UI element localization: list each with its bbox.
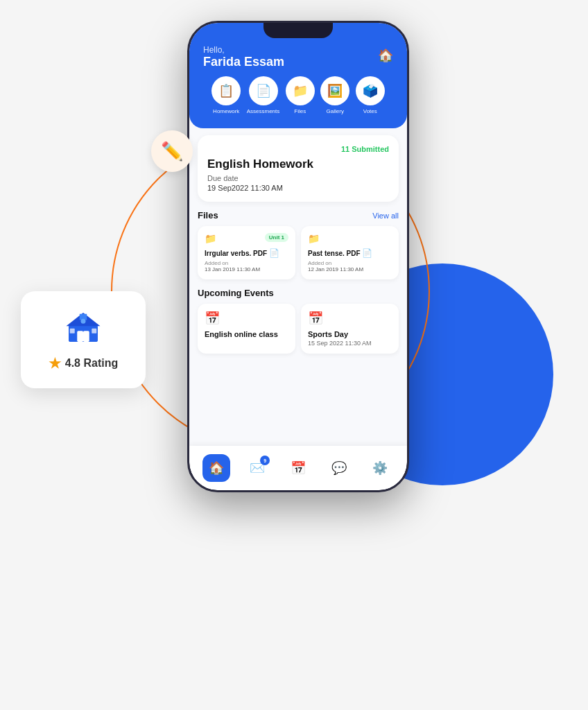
nav-votes[interactable]: 🗳️ Votes (356, 76, 385, 114)
file-date-label-2: Added on (308, 260, 392, 266)
home-bottom-icon: 🏠 (209, 460, 224, 476)
phone-device: Hello, Farida Essam 🏠 📋 Homework 📄 Asses… (187, 21, 409, 492)
rating-value: 4.8 Rating (65, 357, 118, 370)
greeting-text: Hello, (203, 45, 393, 55)
phone-content: 11 Submitted English Homework Due date 1… (189, 128, 407, 457)
rating-text: ★ 4.8 Rating (49, 355, 118, 372)
file-date-label-1: Added on (205, 260, 288, 266)
bottom-nav-mail[interactable]: ✉️ 9 (243, 454, 271, 482)
event-name-1: English online class (205, 330, 288, 338)
folder-icon-1: 📁 (205, 233, 216, 244)
gallery-nav-circle: 🖼️ (320, 76, 349, 105)
homework-nav-label: Homework (213, 108, 239, 114)
star-icon: ★ (49, 355, 61, 372)
files-view-all[interactable]: View all (372, 211, 399, 220)
chat-bottom-icon: 💬 (331, 460, 347, 476)
phone-screen: Hello, Farida Essam 🏠 📋 Homework 📄 Asses… (189, 23, 407, 490)
rating-card: ★ 4.8 Rating (21, 291, 146, 388)
homework-title: English Homework (207, 157, 389, 171)
bottom-nav-chat[interactable]: 💬 (325, 454, 353, 482)
event-card-1[interactable]: 📅 English online class (198, 304, 295, 354)
file-name-1: Irrgular verbs. PDF 📄 (205, 248, 288, 258)
svg-rect-5 (70, 329, 75, 334)
nav-icons-row: 📋 Homework 📄 Assessments 📁 Files 🖼️ Gall… (203, 69, 393, 117)
unit-badge-1: Unit 1 (265, 233, 288, 242)
files-section-title: Files (198, 210, 218, 220)
user-name: Farida Essam (203, 55, 393, 69)
event-date-2: 15 Sep 2022 11:30 AM (308, 340, 392, 347)
settings-bottom-icon: ⚙️ (372, 460, 388, 476)
homework-card[interactable]: 11 Submitted English Homework Due date 1… (198, 135, 399, 202)
assessments-nav-label: Assessments (247, 108, 280, 114)
votes-nav-circle: 🗳️ (356, 76, 385, 105)
bottom-nav-home[interactable]: 🏠 (202, 454, 230, 482)
assessments-nav-circle: 📄 (249, 76, 278, 105)
nav-homework[interactable]: 📋 Homework (211, 76, 241, 114)
svg-point-7 (81, 319, 86, 324)
file-card-2[interactable]: 📁 Past tense. PDF 📄 Added on 12 Jan 2019… (301, 226, 399, 279)
pdf-icon-2: 📄 (362, 248, 372, 258)
file-date-2: 12 Jan 2019 11:30 AM (308, 266, 392, 272)
events-section-title: Upcoming Events (198, 288, 274, 298)
submitted-badge: 11 Submitted (207, 145, 389, 153)
svg-rect-6 (92, 329, 96, 334)
home-header-icon[interactable]: 🏠 (378, 48, 393, 63)
events-grid: 📅 English online class 📅 Sports Day 15 S… (198, 304, 399, 354)
file-card-1-header: 📁 Unit 1 (205, 233, 288, 244)
file-name-2: Past tense. PDF 📄 (308, 248, 392, 258)
file-date-1: 13 Jan 2019 11:30 AM (205, 266, 288, 272)
event-card-2[interactable]: 📅 Sports Day 15 Sep 2022 11:30 AM (301, 304, 399, 354)
files-nav-label: Files (294, 108, 306, 114)
pdf-icon-1: 📄 (269, 248, 279, 258)
folder-icon-2: 📁 (308, 233, 320, 244)
edit-icon: ✏️ (161, 141, 183, 162)
nav-assessments[interactable]: 📄 Assessments (247, 76, 280, 114)
calendar-bottom-icon: 📅 (291, 460, 306, 476)
phone-notch (263, 23, 333, 38)
events-section-header: Upcoming Events (198, 288, 399, 298)
file-card-1[interactable]: 📁 Unit 1 Irrgular verbs. PDF 📄 Added on … (198, 226, 295, 279)
bottom-nav-calendar[interactable]: 📅 (284, 454, 312, 482)
event-calendar-icon-2: 📅 (308, 311, 392, 326)
app-header: Hello, Farida Essam 🏠 📋 Homework 📄 Asses… (189, 23, 407, 128)
svg-rect-2 (83, 331, 89, 342)
bottom-navigation: 🏠 ✉️ 9 📅 💬 ⚙️ (189, 446, 407, 490)
event-calendar-icon-1: 📅 (205, 311, 288, 326)
files-section-header: Files View all (198, 210, 399, 220)
file-card-2-header: 📁 (308, 233, 392, 244)
due-date: 19 Sep2022 11:30 AM (207, 184, 389, 192)
gallery-nav-label: Gallery (327, 108, 344, 114)
homework-nav-circle: 📋 (211, 76, 241, 105)
files-nav-circle: 📁 (286, 76, 315, 105)
mail-badge: 9 (260, 456, 270, 465)
files-grid: 📁 Unit 1 Irrgular verbs. PDF 📄 Added on … (198, 226, 399, 279)
svg-rect-1 (77, 331, 83, 342)
event-name-2: Sports Day (308, 330, 392, 338)
nav-gallery[interactable]: 🖼️ Gallery (320, 76, 349, 114)
homework-bubble[interactable]: ✏️ (151, 130, 193, 172)
votes-nav-label: Votes (363, 108, 377, 114)
due-label: Due date (207, 174, 389, 182)
bottom-nav-settings[interactable]: ⚙️ (366, 454, 394, 482)
school-icon (64, 308, 103, 347)
nav-files[interactable]: 📁 Files (286, 76, 315, 114)
